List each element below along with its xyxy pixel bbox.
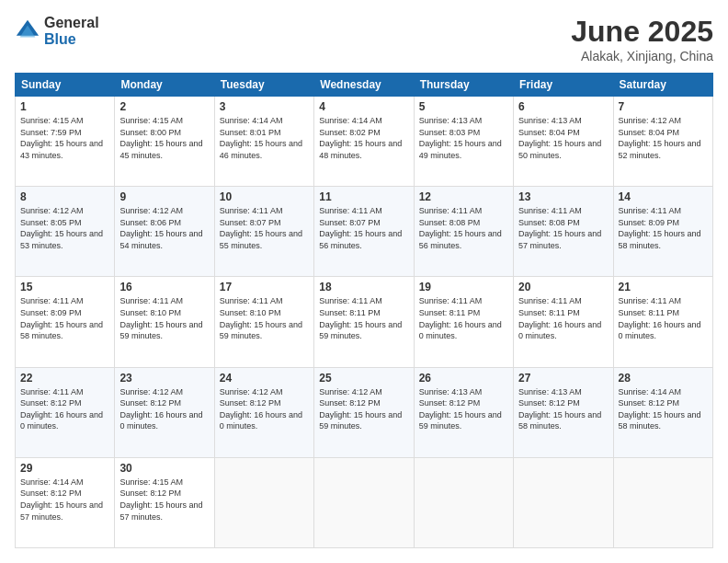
cell-text: Sunrise: 4:13 AMSunset: 8:12 PMDaylight:…: [419, 387, 502, 431]
day-number: 1: [20, 100, 109, 113]
cell-text: Sunrise: 4:14 AMSunset: 8:01 PMDaylight:…: [220, 116, 302, 160]
col-thursday: Thursday: [414, 74, 513, 97]
cell-text: Sunrise: 4:11 AMSunset: 8:11 PMDaylight:…: [518, 296, 601, 340]
day-number: 28: [619, 372, 708, 385]
calendar-cell: 24Sunrise: 4:12 AMSunset: 8:12 PMDayligh…: [214, 367, 313, 457]
day-number: 30: [119, 462, 209, 475]
day-number: 12: [419, 190, 508, 203]
cell-text: Sunrise: 4:11 AMSunset: 8:09 PMDaylight:…: [20, 296, 103, 340]
calendar-cell: 8Sunrise: 4:12 AMSunset: 8:05 PMDaylight…: [16, 187, 115, 277]
calendar-cell: [613, 457, 712, 547]
cell-text: Sunrise: 4:12 AMSunset: 8:04 PMDaylight:…: [619, 116, 701, 160]
cell-text: Sunrise: 4:14 AMSunset: 8:12 PMDaylight:…: [619, 387, 701, 431]
calendar-cell: 15Sunrise: 4:11 AMSunset: 8:09 PMDayligh…: [16, 277, 115, 367]
calendar-cell: 18Sunrise: 4:11 AMSunset: 8:11 PMDayligh…: [314, 277, 414, 367]
calendar-cell: 5Sunrise: 4:13 AMSunset: 8:03 PMDaylight…: [414, 97, 513, 187]
day-number: 24: [220, 372, 309, 385]
calendar-cell: 16Sunrise: 4:11 AMSunset: 8:10 PMDayligh…: [115, 277, 214, 367]
calendar-week-row: 1Sunrise: 4:15 AMSunset: 7:59 PMDaylight…: [16, 97, 713, 187]
calendar-cell: 28Sunrise: 4:14 AMSunset: 8:12 PMDayligh…: [613, 367, 712, 457]
day-number: 21: [619, 281, 708, 293]
calendar-cell: [414, 457, 513, 547]
day-number: 22: [20, 372, 109, 385]
cell-text: Sunrise: 4:13 AMSunset: 8:03 PMDaylight:…: [419, 116, 502, 160]
day-number: 5: [419, 100, 508, 113]
calendar-cell: 23Sunrise: 4:12 AMSunset: 8:12 PMDayligh…: [115, 367, 214, 457]
cell-text: Sunrise: 4:11 AMSunset: 8:12 PMDaylight:…: [20, 387, 103, 431]
cell-text: Sunrise: 4:11 AMSunset: 8:07 PMDaylight:…: [319, 206, 402, 250]
day-number: 11: [319, 190, 408, 203]
cell-text: Sunrise: 4:12 AMSunset: 8:12 PMDaylight:…: [119, 387, 202, 431]
calendar-cell: 17Sunrise: 4:11 AMSunset: 8:10 PMDayligh…: [214, 277, 313, 367]
day-number: 8: [20, 190, 109, 203]
calendar-week-row: 22Sunrise: 4:11 AMSunset: 8:12 PMDayligh…: [16, 367, 713, 457]
logo-icon: [15, 18, 40, 44]
day-number: 17: [220, 281, 309, 293]
cell-text: Sunrise: 4:11 AMSunset: 8:10 PMDaylight:…: [119, 296, 202, 340]
cell-text: Sunrise: 4:12 AMSunset: 8:06 PMDaylight:…: [119, 206, 202, 250]
day-number: 16: [119, 281, 209, 293]
calendar-cell: 6Sunrise: 4:13 AMSunset: 8:04 PMDaylight…: [514, 97, 613, 187]
logo-text: General Blue: [44, 15, 99, 47]
col-wednesday: Wednesday: [314, 74, 414, 97]
cell-text: Sunrise: 4:11 AMSunset: 8:08 PMDaylight:…: [419, 206, 502, 250]
calendar-cell: 10Sunrise: 4:11 AMSunset: 8:07 PMDayligh…: [214, 187, 313, 277]
calendar-cell: 14Sunrise: 4:11 AMSunset: 8:09 PMDayligh…: [613, 187, 712, 277]
calendar-cell: 13Sunrise: 4:11 AMSunset: 8:08 PMDayligh…: [514, 187, 613, 277]
cell-text: Sunrise: 4:14 AMSunset: 8:12 PMDaylight:…: [20, 477, 103, 522]
cell-text: Sunrise: 4:13 AMSunset: 8:12 PMDaylight:…: [518, 387, 601, 431]
logo-general: General: [44, 15, 99, 31]
calendar-cell: 4Sunrise: 4:14 AMSunset: 8:02 PMDaylight…: [314, 97, 414, 187]
day-number: 9: [119, 190, 209, 203]
day-number: 2: [119, 100, 209, 113]
calendar-week-row: 8Sunrise: 4:12 AMSunset: 8:05 PMDaylight…: [16, 187, 713, 277]
cell-text: Sunrise: 4:11 AMSunset: 8:09 PMDaylight:…: [619, 206, 701, 250]
cell-text: Sunrise: 4:11 AMSunset: 8:11 PMDaylight:…: [419, 296, 502, 340]
col-saturday: Saturday: [613, 74, 712, 97]
calendar-cell: 21Sunrise: 4:11 AMSunset: 8:11 PMDayligh…: [613, 277, 712, 367]
calendar-cell: 9Sunrise: 4:12 AMSunset: 8:06 PMDaylight…: [115, 187, 214, 277]
cell-text: Sunrise: 4:11 AMSunset: 8:11 PMDaylight:…: [319, 296, 402, 340]
title-month: June 2025: [571, 15, 713, 49]
calendar-header-row: Sunday Monday Tuesday Wednesday Thursday…: [16, 74, 713, 97]
calendar-cell: 7Sunrise: 4:12 AMSunset: 8:04 PMDaylight…: [613, 97, 712, 187]
logo: General Blue: [15, 15, 99, 47]
calendar-cell: [214, 457, 313, 547]
calendar-cell: 22Sunrise: 4:11 AMSunset: 8:12 PMDayligh…: [16, 367, 115, 457]
col-friday: Friday: [514, 74, 613, 97]
calendar-week-row: 15Sunrise: 4:11 AMSunset: 8:09 PMDayligh…: [16, 277, 713, 367]
logo-blue: Blue: [44, 31, 99, 48]
cell-text: Sunrise: 4:15 AMSunset: 7:59 PMDaylight:…: [20, 116, 103, 160]
day-number: 13: [518, 190, 608, 203]
calendar-cell: [314, 457, 414, 547]
cell-text: Sunrise: 4:15 AMSunset: 8:00 PMDaylight:…: [119, 116, 202, 160]
cell-text: Sunrise: 4:11 AMSunset: 8:10 PMDaylight:…: [220, 296, 302, 340]
calendar-cell: 19Sunrise: 4:11 AMSunset: 8:11 PMDayligh…: [414, 277, 513, 367]
calendar-cell: 1Sunrise: 4:15 AMSunset: 7:59 PMDaylight…: [16, 97, 115, 187]
day-number: 10: [220, 190, 309, 203]
day-number: 14: [619, 190, 708, 203]
day-number: 27: [518, 372, 608, 385]
cell-text: Sunrise: 4:14 AMSunset: 8:02 PMDaylight:…: [319, 116, 402, 160]
day-number: 15: [20, 281, 109, 293]
calendar-cell: 11Sunrise: 4:11 AMSunset: 8:07 PMDayligh…: [314, 187, 414, 277]
calendar-cell: [514, 457, 613, 547]
header: General Blue June 2025 Alakak, Xinjiang,…: [15, 15, 713, 63]
calendar-cell: 20Sunrise: 4:11 AMSunset: 8:11 PMDayligh…: [514, 277, 613, 367]
calendar-cell: 25Sunrise: 4:12 AMSunset: 8:12 PMDayligh…: [314, 367, 414, 457]
day-number: 20: [518, 281, 608, 293]
cell-text: Sunrise: 4:12 AMSunset: 8:12 PMDaylight:…: [319, 387, 402, 431]
day-number: 3: [220, 100, 309, 113]
calendar-cell: 26Sunrise: 4:13 AMSunset: 8:12 PMDayligh…: [414, 367, 513, 457]
col-monday: Monday: [115, 74, 214, 97]
calendar-cell: 29Sunrise: 4:14 AMSunset: 8:12 PMDayligh…: [16, 457, 115, 547]
cell-text: Sunrise: 4:11 AMSunset: 8:07 PMDaylight:…: [220, 206, 302, 250]
day-number: 4: [319, 100, 408, 113]
calendar-cell: 12Sunrise: 4:11 AMSunset: 8:08 PMDayligh…: [414, 187, 513, 277]
calendar-cell: 2Sunrise: 4:15 AMSunset: 8:00 PMDaylight…: [115, 97, 214, 187]
title-location: Alakak, Xinjiang, China: [571, 49, 713, 63]
calendar-cell: 3Sunrise: 4:14 AMSunset: 8:01 PMDaylight…: [214, 97, 313, 187]
cell-text: Sunrise: 4:15 AMSunset: 8:12 PMDaylight:…: [119, 477, 202, 522]
page: General Blue June 2025 Alakak, Xinjiang,…: [0, 0, 728, 563]
day-number: 25: [319, 372, 408, 385]
